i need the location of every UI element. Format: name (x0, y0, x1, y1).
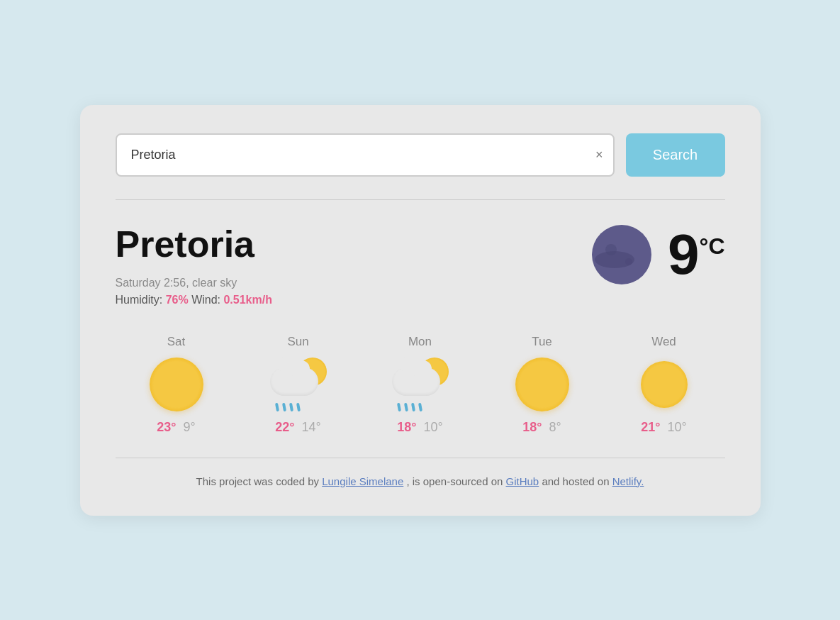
app-card: × Search Pretoria Saturday 2:56, clear s… (80, 105, 761, 516)
day-label-sun: Sun (287, 335, 308, 349)
sun-icon-wed (641, 361, 688, 408)
clear-icon[interactable]: × (595, 148, 603, 161)
forecast-day-wed: Wed 21° 10° (603, 335, 725, 435)
wind-label: Wind: (191, 294, 223, 306)
weather-icon-sat (148, 356, 205, 413)
day-label-sat: Sat (167, 335, 186, 349)
temp-low-sat: 9° (184, 420, 196, 435)
forecast-row: Sat 23° 9° Sun (116, 335, 725, 435)
author-link[interactable]: Lungile Simelane (322, 475, 403, 487)
current-temperature: 9°C (668, 226, 724, 283)
rain-drop (289, 402, 293, 411)
github-link[interactable]: GitHub (506, 475, 539, 487)
divider-top (116, 199, 725, 200)
svg-point-2 (605, 244, 617, 255)
rain-drop (274, 402, 279, 411)
footer-text: This project was coded by Lungile Simela… (116, 475, 725, 487)
temp-low-wed: 10° (668, 420, 687, 435)
city-info: Pretoria Saturday 2:56, clear sky Humidi… (116, 223, 272, 306)
current-right: 9°C (590, 223, 724, 287)
temp-high-mon: 18° (397, 420, 416, 435)
search-input[interactable] (116, 133, 615, 177)
temp-high-tue: 18° (522, 420, 542, 435)
temp-range-tue: 18° 8° (522, 420, 561, 435)
forecast-day-sat: Sat 23° 9° (116, 335, 237, 435)
sun-icon-tue (515, 358, 569, 411)
rain-drop (403, 402, 408, 411)
search-button[interactable]: Search (626, 133, 725, 177)
date-description: Saturday 2:56, clear sky (116, 277, 272, 289)
city-name: Pretoria (116, 223, 272, 265)
cloud-body-sun (270, 367, 318, 396)
divider-bottom (116, 458, 725, 458)
forecast-day-sun: Sun 22° 14° (237, 335, 359, 435)
svg-point-3 (625, 258, 632, 265)
rain-drops-mon (398, 403, 422, 411)
humidity-label: Humidity: (116, 294, 163, 306)
rain-drop (418, 402, 422, 411)
temp-low-sun: 14° (302, 420, 321, 435)
rain-drop (396, 402, 401, 411)
temp-range-sun: 22° 14° (275, 420, 320, 435)
moon-icon (590, 223, 654, 287)
temp-low-tue: 8° (549, 420, 561, 435)
temp-high-sun: 22° (275, 420, 294, 435)
day-label-wed: Wed (651, 335, 676, 349)
forecast-day-mon: Mon 18° 10° (359, 335, 481, 435)
search-input-wrapper: × (116, 133, 615, 177)
cloud-body-mon (392, 367, 440, 396)
netlify-link[interactable]: Netlify. (612, 475, 644, 487)
day-label-mon: Mon (408, 335, 432, 349)
weather-icon-mon (392, 356, 449, 413)
temp-range-sat: 23° 9° (157, 420, 195, 435)
rain-drop (296, 402, 300, 411)
rain-drop (410, 402, 415, 411)
weather-meta: Humidity: 76% Wind: 0.51km/h (116, 294, 272, 306)
temp-high-wed: 21° (641, 420, 660, 435)
day-label-tue: Tue (532, 335, 552, 349)
weather-icon-tue (514, 356, 571, 413)
temp-range-wed: 21° 10° (641, 420, 686, 435)
weather-icon-sun (270, 356, 327, 413)
wind-value: 0.51km/h (223, 294, 271, 306)
temp-range-mon: 18° 10° (397, 420, 442, 435)
forecast-day-tue: Tue 18° 8° (481, 335, 603, 435)
humidity-value: 76% (166, 294, 189, 306)
rain-drops-sun (276, 403, 300, 411)
weather-icon-wed (636, 356, 693, 413)
current-weather-section: Pretoria Saturday 2:56, clear sky Humidi… (116, 223, 725, 306)
rain-drop (281, 402, 286, 411)
temp-high-sat: 23° (157, 420, 176, 435)
temp-low-mon: 10° (424, 420, 443, 435)
search-row: × Search (116, 133, 725, 177)
sun-icon-sat (150, 358, 203, 411)
